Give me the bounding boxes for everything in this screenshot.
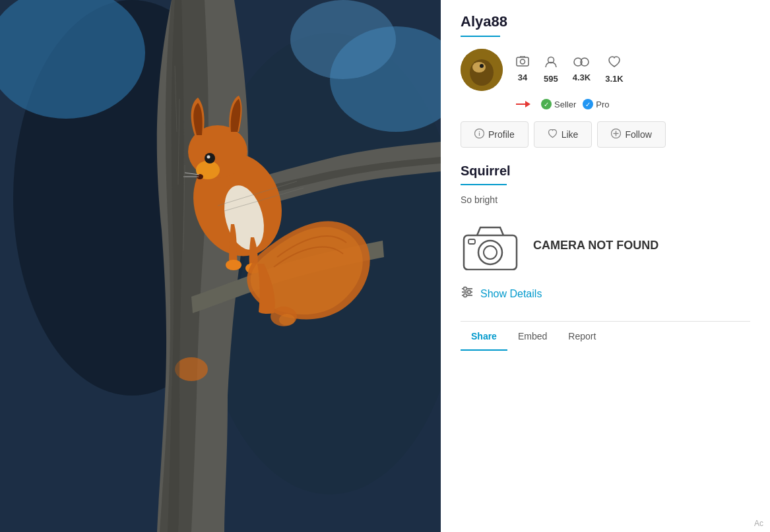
svg-point-48 bbox=[464, 294, 467, 297]
stats-items: 34 595 4.3K 3.1K bbox=[516, 56, 624, 84]
seller-check-icon: ✓ bbox=[541, 99, 552, 109]
svg-point-15 bbox=[226, 260, 241, 270]
badges-row: ✓ Seller ✓ Pro bbox=[516, 99, 750, 109]
svg-point-41 bbox=[484, 246, 497, 259]
camera-icon bbox=[461, 221, 520, 270]
following-count: 4.3K bbox=[573, 73, 591, 82]
follow-button-label: Follow bbox=[625, 129, 651, 140]
avatar[interactable] bbox=[461, 49, 503, 91]
squirrel-image bbox=[0, 0, 441, 532]
sliders-icon bbox=[461, 286, 474, 301]
svg-point-18 bbox=[279, 314, 295, 326]
photos-count: 34 bbox=[518, 73, 527, 82]
photos-icon bbox=[516, 56, 529, 70]
action-buttons: i Profile Like Follow bbox=[461, 121, 750, 148]
svg-point-47 bbox=[468, 291, 471, 294]
photo-panel bbox=[0, 0, 441, 532]
svg-point-40 bbox=[478, 241, 502, 264]
seller-badge: ✓ Seller bbox=[541, 99, 576, 109]
stats-row: 34 595 4.3K 3.1K bbox=[461, 49, 750, 91]
tab-share[interactable]: Share bbox=[461, 322, 507, 351]
like-button-label: Like bbox=[561, 129, 579, 140]
username-underline bbox=[461, 36, 500, 37]
follow-button[interactable]: Follow bbox=[597, 121, 665, 148]
show-details-row: Show Details bbox=[461, 286, 750, 301]
svg-text:i: i bbox=[478, 131, 480, 137]
likes-icon bbox=[608, 56, 621, 71]
show-details-button[interactable]: Show Details bbox=[480, 288, 542, 300]
username: Alya88 bbox=[461, 13, 750, 30]
pro-label: Pro bbox=[596, 100, 609, 109]
photo-title-underline bbox=[461, 184, 507, 185]
followers-icon bbox=[544, 56, 558, 71]
info-panel: Alya88 34 595 bbox=[441, 0, 770, 532]
seller-label: Seller bbox=[554, 100, 576, 109]
info-icon: i bbox=[474, 129, 484, 140]
svg-rect-29 bbox=[517, 57, 529, 66]
profile-button[interactable]: i Profile bbox=[461, 121, 529, 148]
pro-badge: ✓ Pro bbox=[583, 99, 609, 109]
watermark: Ac bbox=[754, 519, 763, 528]
photo-title: Squirrel bbox=[461, 163, 750, 179]
svg-point-10 bbox=[205, 153, 215, 163]
tab-embed[interactable]: Embed bbox=[507, 322, 558, 351]
svg-point-27 bbox=[472, 62, 486, 73]
stat-following: 4.3K bbox=[573, 56, 591, 84]
profile-button-label: Profile bbox=[488, 129, 515, 140]
photo-description: So bright bbox=[461, 194, 750, 205]
plus-icon bbox=[611, 129, 621, 140]
tab-report[interactable]: Report bbox=[558, 322, 606, 351]
likes-count: 3.1K bbox=[605, 74, 623, 84]
camera-section: CAMERA NOT FOUND bbox=[461, 221, 750, 270]
heart-icon bbox=[548, 129, 558, 140]
svg-point-28 bbox=[480, 64, 484, 68]
svg-point-30 bbox=[521, 59, 525, 64]
svg-point-11 bbox=[207, 156, 210, 159]
stat-followers: 595 bbox=[544, 56, 558, 84]
like-button[interactable]: Like bbox=[534, 121, 593, 148]
camera-not-found-label: CAMERA NOT FOUND bbox=[533, 238, 658, 253]
svg-point-5 bbox=[290, 0, 396, 79]
bottom-tabs: Share Embed Report bbox=[461, 321, 750, 351]
stat-photos: 34 bbox=[516, 56, 529, 84]
stat-likes: 3.1K bbox=[605, 56, 623, 84]
arrow-icon bbox=[516, 100, 534, 109]
pro-check-icon: ✓ bbox=[583, 99, 593, 109]
svg-point-19 bbox=[175, 357, 208, 381]
svg-point-46 bbox=[464, 287, 467, 291]
svg-rect-42 bbox=[468, 239, 475, 244]
followers-count: 595 bbox=[544, 74, 558, 84]
following-icon bbox=[573, 56, 589, 70]
